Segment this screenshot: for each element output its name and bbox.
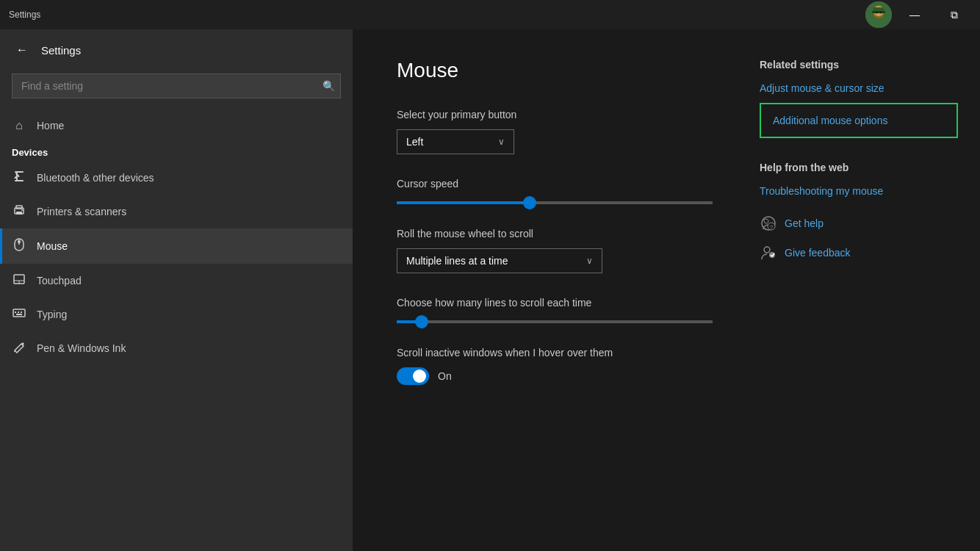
cursor-speed-track: [397, 201, 713, 204]
additional-mouse-options-link[interactable]: Additional mouse options: [760, 103, 958, 138]
titlebar: Settings — ⧉: [0, 0, 980, 29]
scroll-wheel-value: Multiple lines at a time: [406, 255, 508, 267]
inactive-scroll-label: Scroll inactive windows when I hover ove…: [397, 347, 730, 359]
get-help-icon: ?: [760, 215, 777, 232]
scroll-lines-thumb[interactable]: [415, 315, 428, 328]
app-body: ← Settings 🔍 ⌂ Home Devices: [0, 29, 980, 551]
sidebar: ← Settings 🔍 ⌂ Home Devices: [0, 29, 353, 551]
svg-rect-14: [16, 206, 22, 209]
svg-rect-4: [873, 7, 884, 10]
cursor-speed-label: Cursor speed: [397, 178, 730, 190]
sidebar-item-pen[interactable]: Pen & Windows Ink: [0, 331, 353, 365]
sidebar-title: Settings: [41, 44, 81, 57]
inactive-scroll-value: On: [438, 370, 452, 382]
sidebar-item-label-pen: Pen & Windows Ink: [37, 342, 126, 354]
minimize-button[interactable]: —: [898, 0, 932, 29]
sidebar-nav: Bluetooth & other devices Printers & sca…: [0, 161, 353, 365]
give-feedback-item[interactable]: Give feedback: [760, 244, 958, 262]
mouse-icon: [12, 237, 26, 255]
inactive-scroll-group: Scroll inactive windows when I hover ove…: [397, 347, 730, 385]
search-box: 🔍: [12, 73, 341, 98]
sidebar-item-label-home: Home: [37, 120, 64, 132]
sidebar-item-printers[interactable]: Printers & scanners: [0, 195, 353, 228]
primary-button-dropdown-arrow: ∨: [498, 137, 505, 147]
titlebar-title: Settings: [9, 10, 40, 20]
sidebar-item-bluetooth[interactable]: Bluetooth & other devices: [0, 161, 353, 195]
printer-icon: [12, 204, 26, 220]
scroll-lines-slider-container: [397, 320, 730, 323]
page-title: Mouse: [397, 59, 730, 82]
toggle-knob: [413, 370, 426, 383]
svg-rect-24: [15, 311, 16, 313]
cursor-speed-fill: [397, 201, 530, 204]
primary-button-dropdown[interactable]: Left ∨: [397, 129, 514, 154]
svg-point-6: [876, 12, 878, 14]
svg-point-32: [764, 247, 770, 253]
search-icon: 🔍: [323, 80, 335, 92]
svg-rect-15: [16, 212, 22, 215]
scroll-wheel-dropdown-arrow: ∨: [586, 256, 593, 266]
content-right: Related settings Adjust mouse & cursor s…: [760, 59, 980, 522]
back-button[interactable]: ←: [12, 40, 32, 60]
svg-rect-25: [18, 311, 19, 313]
svg-rect-5: [872, 11, 885, 13]
scroll-wheel-group: Roll the mouse wheel to scroll Multiple …: [397, 228, 730, 273]
primary-button-value: Left: [406, 136, 423, 148]
scroll-lines-group: Choose how many lines to scroll each tim…: [397, 297, 730, 323]
get-help-item[interactable]: ? Get help: [760, 215, 958, 232]
search-input[interactable]: [12, 73, 341, 98]
cursor-speed-group: Cursor speed: [397, 178, 730, 204]
bluetooth-icon: [12, 170, 26, 186]
related-section-title: Related settings: [760, 59, 958, 71]
content-main: Mouse Select your primary button Left ∨ …: [397, 59, 730, 522]
sidebar-item-label-bluetooth: Bluetooth & other devices: [37, 172, 154, 184]
sidebar-item-label-mouse: Mouse: [37, 240, 68, 252]
cursor-speed-slider-container: [397, 201, 730, 204]
avatar: [865, 1, 892, 28]
svg-text:?: ?: [770, 224, 774, 231]
svg-point-16: [21, 209, 23, 211]
sidebar-section-label: Devices: [0, 141, 353, 161]
scroll-wheel-label: Roll the mouse wheel to scroll: [397, 228, 730, 240]
titlebar-left: Settings: [9, 10, 40, 20]
svg-rect-26: [21, 311, 22, 313]
touchpad-icon: [12, 273, 26, 289]
give-feedback-icon: [760, 244, 777, 262]
help-section-title: Help from the web: [760, 162, 958, 173]
scroll-wheel-dropdown[interactable]: Multiple lines at a time ∨: [397, 248, 602, 273]
help-section: Help from the web Troubleshooting my mou…: [760, 162, 958, 197]
sidebar-item-home[interactable]: ⌂ Home: [0, 110, 353, 141]
svg-rect-19: [18, 240, 21, 243]
sidebar-item-mouse[interactable]: Mouse: [0, 228, 353, 264]
restore-button[interactable]: ⧉: [937, 0, 971, 29]
svg-rect-9: [15, 180, 24, 181]
sidebar-item-label-printers: Printers & scanners: [37, 206, 126, 217]
give-feedback-label[interactable]: Give feedback: [785, 247, 851, 259]
get-help-label[interactable]: Get help: [785, 217, 824, 229]
svg-point-29: [764, 219, 768, 223]
scroll-lines-label: Choose how many lines to scroll each tim…: [397, 297, 730, 309]
content-area: Mouse Select your primary button Left ∨ …: [353, 29, 980, 551]
pen-icon: [12, 340, 26, 356]
sidebar-item-label-typing: Typing: [37, 309, 67, 320]
typing-icon: [12, 306, 26, 323]
sidebar-item-label-touchpad: Touchpad: [37, 275, 82, 287]
sidebar-item-touchpad[interactable]: Touchpad: [0, 264, 353, 298]
cursor-speed-thumb[interactable]: [523, 196, 536, 209]
primary-button-group: Select your primary button Left ∨: [397, 109, 730, 154]
sidebar-header: ← Settings: [0, 29, 353, 71]
inactive-scroll-toggle[interactable]: [397, 367, 429, 385]
inactive-scroll-toggle-row: On: [397, 367, 730, 385]
troubleshoot-link[interactable]: Troubleshooting my mouse: [760, 185, 958, 197]
avatar-container: [865, 1, 892, 28]
sidebar-item-typing[interactable]: Typing: [0, 298, 353, 331]
scroll-lines-track: [397, 320, 713, 323]
svg-rect-27: [16, 314, 22, 315]
help-actions: ? Get help Give feedback: [760, 215, 958, 262]
primary-button-label: Select your primary button: [397, 109, 730, 120]
svg-rect-8: [15, 171, 24, 173]
svg-point-7: [880, 12, 882, 14]
home-icon: ⌂: [12, 119, 26, 132]
adjust-cursor-link[interactable]: Adjust mouse & cursor size: [760, 82, 958, 94]
